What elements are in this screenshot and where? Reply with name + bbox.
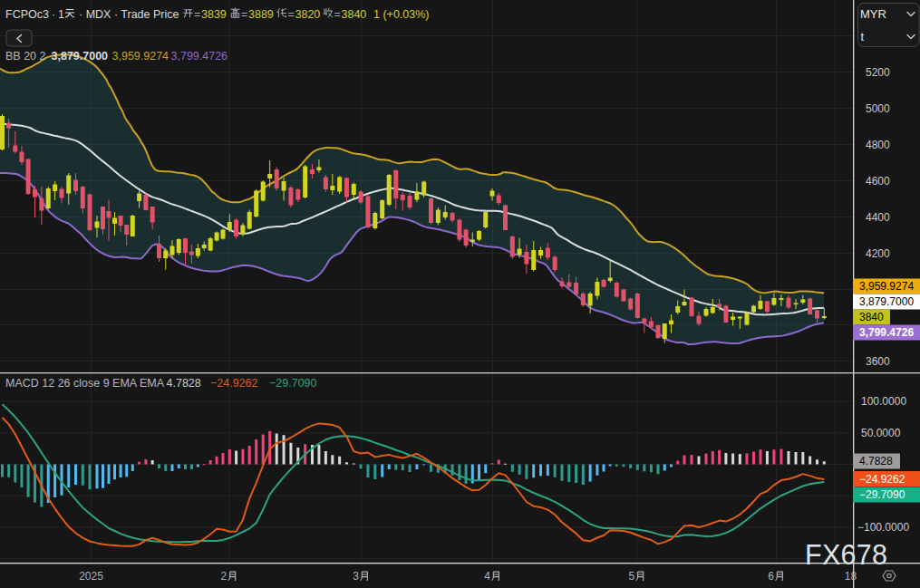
svg-text:3820: 3820 [295, 8, 321, 21]
svg-text:−29.7090: −29.7090 [269, 377, 317, 390]
svg-text:3: 3 [353, 570, 359, 583]
svg-text:3839: 3839 [201, 8, 227, 21]
svg-text:FCPOc3: FCPOc3 [5, 8, 49, 21]
svg-text:MACD 12 26 close 9 EMA EMA: MACD 12 26 close 9 EMA EMA [5, 377, 165, 390]
svg-text:· MDX · Trade Price: · MDX · Trade Price [79, 8, 179, 21]
svg-text:3840: 3840 [342, 8, 367, 21]
svg-text:3,959.9274: 3,959.9274 [859, 280, 914, 293]
svg-text:=: = [334, 8, 341, 21]
svg-text:2025: 2025 [79, 570, 103, 583]
svg-text:BB 20 2: BB 20 2 [5, 50, 46, 63]
svg-text:1: 1 [58, 8, 64, 21]
svg-text:3600: 3600 [866, 355, 890, 368]
svg-text:2: 2 [221, 570, 228, 583]
svg-text:3840: 3840 [859, 311, 884, 323]
svg-text:4800: 4800 [866, 139, 890, 151]
svg-text:5000: 5000 [866, 102, 890, 115]
svg-text:4600: 4600 [866, 175, 890, 188]
svg-text:−24.9262: −24.9262 [210, 377, 258, 390]
svg-text:4400: 4400 [866, 211, 890, 224]
svg-text:4: 4 [484, 570, 490, 583]
svg-text:1 (+0.03%): 1 (+0.03%) [373, 8, 430, 21]
svg-text:3,879.7000: 3,879.7000 [52, 50, 109, 63]
svg-text:100.0000: 100.0000 [861, 395, 906, 408]
svg-text:FX678: FX678 [805, 539, 887, 570]
svg-text:18: 18 [845, 570, 857, 583]
svg-text:=: = [241, 8, 247, 21]
svg-text:5200: 5200 [866, 66, 890, 79]
svg-text:5: 5 [629, 570, 635, 583]
svg-text:3,799.4726: 3,799.4726 [859, 326, 914, 339]
svg-text:3,799.4726: 3,799.4726 [171, 50, 228, 63]
svg-text:6: 6 [768, 570, 774, 583]
svg-text:3,879.7000: 3,879.7000 [859, 295, 914, 308]
svg-text:4.7828: 4.7828 [859, 455, 893, 468]
svg-text:−100.0000: −100.0000 [857, 521, 909, 534]
svg-text:=: = [288, 8, 295, 21]
svg-text:4200: 4200 [866, 247, 890, 260]
svg-text:50.0000: 50.0000 [861, 427, 901, 439]
svg-text:·: · [52, 8, 55, 21]
svg-text:−24.9262: −24.9262 [859, 473, 905, 486]
svg-text:3,959.9274: 3,959.9274 [112, 50, 169, 63]
svg-text:MYR: MYR [860, 7, 886, 21]
svg-text:−29.7090: −29.7090 [859, 488, 905, 501]
svg-text:=: = [194, 8, 200, 21]
svg-text:t: t [861, 30, 865, 43]
svg-text:3889: 3889 [248, 8, 274, 21]
svg-text:4.7828: 4.7828 [167, 377, 201, 390]
